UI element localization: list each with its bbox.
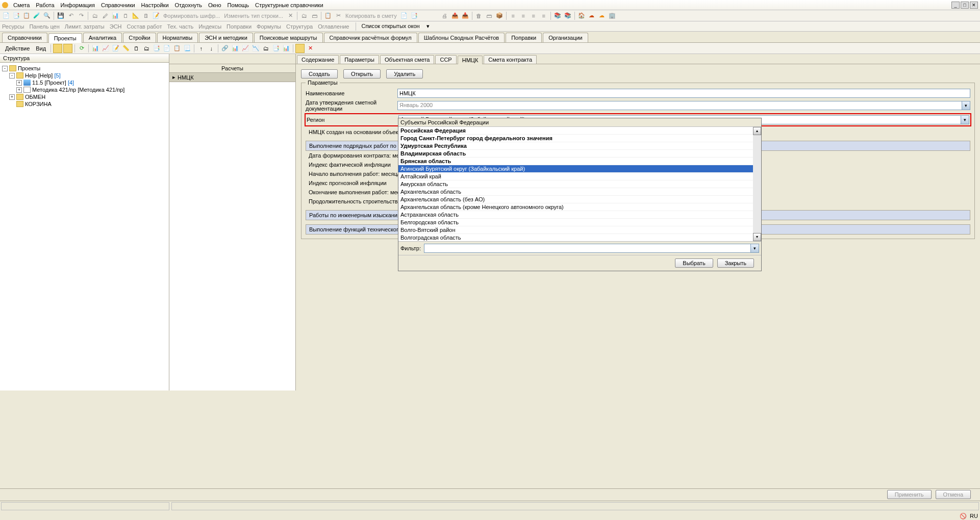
tree-toggle[interactable]: - bbox=[9, 73, 15, 79]
dropdown-item[interactable]: Брянская область bbox=[398, 158, 761, 165]
tb-icon[interactable]: 🗂 bbox=[142, 44, 151, 53]
scroll-up-icon[interactable]: ▴ bbox=[753, 127, 761, 135]
tb-icon[interactable]: ✂ bbox=[334, 11, 343, 20]
tree-help[interactable]: - Help [Help] [5] bbox=[2, 72, 167, 79]
folder-icon[interactable] bbox=[53, 44, 62, 53]
dropdown-scrollbar[interactable]: ▴ ▾ bbox=[753, 127, 761, 241]
tb-icon[interactable]: ≡ bbox=[519, 11, 528, 20]
tb-icon[interactable]: 📝 bbox=[111, 44, 120, 53]
close-x-icon[interactable]: ✕ bbox=[286, 11, 295, 20]
tb-icon[interactable]: 📑 bbox=[152, 44, 161, 53]
tab-templates[interactable]: Шаблоны Сводных Расчётов bbox=[418, 33, 505, 42]
refresh-icon[interactable]: ⟳ bbox=[77, 44, 86, 53]
chevron-down-icon[interactable]: ▾ bbox=[961, 116, 969, 124]
tb-icon[interactable]: 🔗 bbox=[220, 44, 230, 53]
chevron-down-icon[interactable]: ▾ bbox=[962, 101, 970, 110]
tb-icon[interactable]: 🔍 bbox=[42, 11, 52, 20]
tb-icon[interactable]: 🗒 bbox=[132, 44, 141, 53]
dropdown-item[interactable]: Архангельская область (без АО) bbox=[398, 196, 761, 203]
tb-icon[interactable]: 🗃 bbox=[485, 11, 494, 20]
tb-icon[interactable]: 📚 bbox=[553, 11, 562, 20]
tab-spravochniki[interactable]: Справочники bbox=[2, 33, 47, 42]
tb-icon[interactable]: 🗂 bbox=[299, 11, 309, 20]
close-dropdown-button[interactable]: Закрыть bbox=[717, 258, 754, 268]
tab-nmck[interactable]: НМЦК bbox=[458, 56, 483, 64]
tab-params[interactable]: Параметры bbox=[340, 55, 379, 64]
cancel-button[interactable]: Отмена bbox=[936, 490, 971, 499]
dropdown-item[interactable]: Астраханская область bbox=[398, 211, 761, 219]
up-icon[interactable]: ↑ bbox=[196, 44, 206, 53]
tb-icon[interactable]: 📄 bbox=[2, 11, 11, 20]
tab-formulas[interactable]: Справочник расчётных формул bbox=[324, 33, 417, 42]
dropdown-item[interactable]: Российская Федерация bbox=[398, 127, 761, 135]
filter-input[interactable] bbox=[424, 244, 750, 252]
view-menu[interactable]: Вид bbox=[33, 44, 49, 53]
tb-icon[interactable]: 📈 bbox=[241, 44, 250, 53]
dropdown-item[interactable]: Амурская область bbox=[398, 180, 761, 188]
tree-root[interactable]: - Проекты bbox=[2, 65, 167, 72]
tb-icon[interactable]: ☁ bbox=[587, 11, 596, 20]
open-button[interactable]: Открыть bbox=[343, 69, 381, 79]
name-input[interactable] bbox=[397, 89, 970, 98]
menu-rabota[interactable]: Работа bbox=[33, 1, 57, 9]
tree-node-methodology[interactable]: + Методика 421/пр [Методика 421/пр] bbox=[2, 86, 167, 93]
tree-toggle[interactable]: + bbox=[9, 94, 15, 100]
tree-obmen[interactable]: + ОБМЕН bbox=[2, 93, 167, 100]
menu-help[interactable]: Помощь bbox=[224, 1, 253, 9]
select-button[interactable]: Выбрать bbox=[675, 258, 713, 268]
dropdown-item[interactable]: Архангельская область (кроме Ненецкого а… bbox=[398, 203, 761, 211]
tb-icon[interactable]: 📤 bbox=[450, 11, 460, 20]
tb-icon[interactable]: 📉 bbox=[251, 44, 260, 53]
tb-icon[interactable]: ≡ bbox=[509, 11, 518, 20]
tb-icon[interactable]: 🗓 bbox=[141, 11, 150, 20]
tb-icon[interactable]: 📊 bbox=[111, 11, 120, 20]
tb-icon[interactable]: ≡ bbox=[529, 11, 538, 20]
folder-open-icon[interactable] bbox=[63, 44, 72, 53]
tb-icon[interactable]: 📊 bbox=[91, 44, 100, 53]
tree-node-115[interactable]: + 11.5 [Проект] [4] bbox=[2, 79, 167, 86]
tb-icon[interactable]: 🗑 bbox=[474, 11, 484, 20]
redo-icon[interactable]: ↷ bbox=[77, 11, 86, 20]
tab-proekty[interactable]: Проекты bbox=[48, 33, 82, 43]
tb-icon[interactable]: 📑 bbox=[12, 11, 21, 20]
tb-icon[interactable]: 🏢 bbox=[608, 11, 617, 20]
tb-icon[interactable]: 📏 bbox=[121, 44, 131, 53]
create-button[interactable]: Создать bbox=[301, 69, 338, 79]
tb-icon[interactable]: 🗂 bbox=[90, 11, 99, 20]
scroll-down-icon[interactable]: ▾ bbox=[753, 233, 761, 241]
tab-esn[interactable]: ЭСН и методики bbox=[199, 33, 253, 42]
tree-toggle[interactable]: + bbox=[16, 87, 22, 93]
folder-star-icon[interactable] bbox=[295, 44, 305, 53]
tb-icon[interactable]: 🏠 bbox=[577, 11, 586, 20]
tab-orgs[interactable]: Организации bbox=[543, 33, 588, 42]
tb-icon[interactable]: 📋 bbox=[172, 44, 182, 53]
down-icon[interactable]: ↓ bbox=[207, 44, 216, 53]
dropdown-item[interactable]: Алтайский край bbox=[398, 173, 761, 180]
minimize-button[interactable]: _ bbox=[951, 2, 960, 9]
undo-icon[interactable]: ↶ bbox=[66, 11, 76, 20]
tab-content[interactable]: Содержание bbox=[297, 55, 339, 64]
dropdown-item[interactable]: Архангельская область bbox=[398, 188, 761, 196]
tb-icon[interactable]: 🗃 bbox=[310, 11, 319, 20]
action-menu[interactable]: Действие bbox=[2, 44, 33, 53]
menu-settings[interactable]: Настройки bbox=[138, 1, 172, 9]
tb-icon[interactable]: 🖨 bbox=[440, 11, 449, 20]
tab-ssr[interactable]: ССР bbox=[435, 55, 456, 64]
tab-routes[interactable]: Поисковые маршруты bbox=[254, 33, 323, 42]
tray-icon[interactable]: 🚫 bbox=[960, 513, 967, 519]
dropdown-item[interactable]: Белгородская область bbox=[398, 219, 761, 226]
tab-stroyki[interactable]: Стройки bbox=[123, 33, 156, 42]
menu-smeta[interactable]: Смета bbox=[10, 1, 33, 9]
tree-toggle[interactable]: - bbox=[2, 66, 8, 71]
tab-analitika[interactable]: Аналитика bbox=[83, 33, 122, 42]
tb-icon[interactable]: 📐 bbox=[131, 11, 140, 20]
tb-icon[interactable]: ≡ bbox=[539, 11, 548, 20]
tb-icon[interactable]: 📥 bbox=[461, 11, 470, 20]
tb-icon[interactable]: 📋 bbox=[323, 11, 333, 20]
windows-list-dropdown[interactable]: Список открытых окон ▾ bbox=[361, 23, 429, 30]
tb-icon[interactable]: 📝 bbox=[152, 11, 161, 20]
menu-window[interactable]: Окно bbox=[205, 1, 224, 9]
date-combo[interactable]: Январь 2000 ▾ bbox=[397, 101, 970, 110]
tb-icon[interactable]: 📋 bbox=[22, 11, 31, 20]
tb-icon[interactable]: 📈 bbox=[101, 44, 110, 53]
